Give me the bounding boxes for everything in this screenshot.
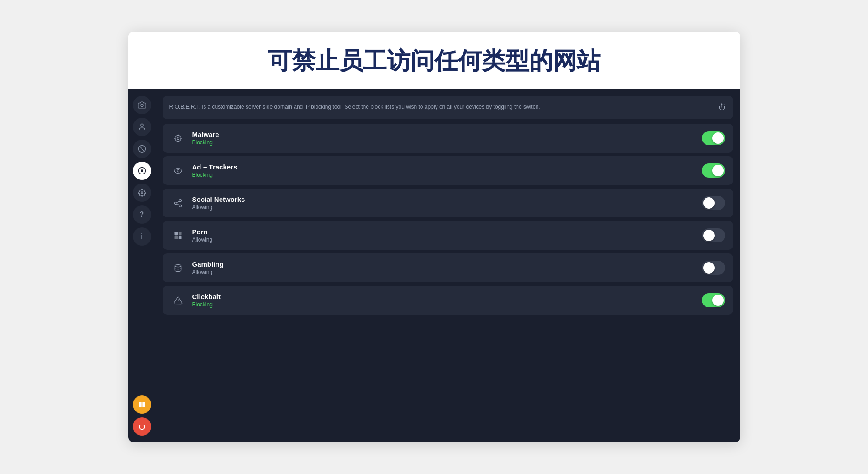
malware-status: Blocking (192, 139, 695, 146)
ad-trackers-name: Ad + Trackers (192, 163, 695, 171)
svg-point-1 (141, 124, 143, 126)
clickbait-toggle-slider[interactable] (702, 293, 725, 307)
sidebar-user-icon[interactable] (133, 118, 151, 136)
clickbait-name: Clickbait (192, 293, 695, 300)
main-panel: R.O.B.E.R.T. is a customizable server-si… (156, 89, 740, 442)
filter-item-malware[interactable]: Malware Blocking (163, 124, 733, 153)
svg-rect-7 (139, 402, 142, 407)
social-networks-info: Social Networks Allowing (192, 195, 695, 211)
social-networks-icon (171, 196, 185, 211)
clickbait-status: Blocking (192, 301, 695, 308)
ad-trackers-info: Ad + Trackers Blocking (192, 163, 695, 178)
svg-rect-22 (174, 232, 178, 235)
svg-line-20 (177, 204, 179, 205)
timer-icon: ⏱ (718, 103, 726, 112)
filter-item-gambling[interactable]: Gambling Allowing (163, 253, 733, 282)
filter-list: Malware Blocking Ad + Trackers Blocking … (156, 124, 740, 321)
header-banner: 可禁止员工访问任何类型的网站 (128, 32, 740, 89)
porn-name: Porn (192, 228, 695, 236)
sidebar-block-icon[interactable] (133, 140, 151, 158)
social-networks-toggle[interactable] (702, 196, 725, 210)
malware-toggle-slider[interactable] (702, 131, 725, 145)
clickbait-icon (171, 293, 185, 308)
social-networks-status: Allowing (192, 204, 695, 211)
sidebar: ? i (128, 89, 156, 442)
svg-point-5 (141, 169, 143, 172)
svg-line-21 (177, 201, 179, 202)
svg-rect-8 (142, 402, 145, 407)
porn-info: Porn Allowing (192, 228, 695, 243)
ad-trackers-toggle-slider[interactable] (702, 163, 725, 178)
gambling-name: Gambling (192, 260, 695, 268)
svg-rect-25 (174, 236, 178, 239)
svg-rect-23 (178, 236, 181, 239)
svg-point-17 (179, 199, 181, 201)
filter-item-clickbait[interactable]: Clickbait Blocking (163, 286, 733, 315)
main-container: 可禁止员工访问任何类型的网站 (128, 32, 740, 442)
svg-point-18 (174, 202, 177, 204)
gambling-status: Allowing (192, 269, 695, 275)
svg-point-0 (141, 104, 143, 107)
svg-point-19 (179, 205, 181, 207)
malware-icon (171, 131, 185, 146)
ad-trackers-icon (171, 163, 185, 178)
sidebar-camera-icon[interactable] (133, 96, 151, 114)
gambling-info: Gambling Allowing (192, 260, 695, 275)
svg-line-3 (139, 147, 144, 152)
svg-point-10 (175, 135, 181, 141)
robert-description-box: R.O.B.E.R.T. is a customizable server-si… (163, 96, 733, 119)
social-networks-toggle-slider[interactable] (702, 196, 725, 210)
sidebar-upgrade-icon[interactable] (133, 395, 151, 414)
clickbait-info: Clickbait Blocking (192, 293, 695, 308)
porn-toggle-slider[interactable] (702, 228, 725, 242)
malware-toggle[interactable] (702, 131, 725, 145)
page-title: 可禁止员工访问任何类型的网站 (147, 45, 722, 77)
porn-toggle[interactable] (702, 228, 725, 242)
gambling-toggle-slider[interactable] (702, 261, 725, 275)
robert-description-text: R.O.B.E.R.T. is a customizable server-si… (169, 103, 714, 111)
sidebar-info-icon[interactable]: i (133, 227, 151, 246)
svg-point-15 (177, 137, 179, 139)
ad-trackers-toggle[interactable] (702, 163, 725, 178)
sidebar-power-icon[interactable] (133, 417, 151, 436)
filter-item-ad-trackers[interactable]: Ad + Trackers Blocking (163, 156, 733, 185)
social-networks-name: Social Networks (192, 195, 695, 203)
malware-name: Malware (192, 131, 695, 138)
gambling-icon (171, 261, 185, 275)
porn-icon (171, 228, 185, 243)
filter-item-porn[interactable]: Porn Allowing (163, 221, 733, 250)
content-area: ? i R.O.B.E.R.T. i (128, 89, 740, 442)
svg-point-26 (175, 264, 181, 267)
malware-info: Malware Blocking (192, 131, 695, 146)
svg-point-16 (177, 169, 179, 172)
sidebar-robert-icon[interactable] (133, 162, 151, 180)
svg-point-6 (141, 192, 143, 194)
ad-trackers-status: Blocking (192, 172, 695, 178)
porn-status: Allowing (192, 237, 695, 243)
svg-rect-24 (178, 232, 181, 235)
clickbait-toggle[interactable] (702, 293, 725, 307)
sidebar-help-icon[interactable]: ? (133, 205, 151, 224)
sidebar-settings-icon[interactable] (133, 184, 151, 202)
filter-item-social-networks[interactable]: Social Networks Allowing (163, 189, 733, 217)
gambling-toggle[interactable] (702, 261, 725, 275)
